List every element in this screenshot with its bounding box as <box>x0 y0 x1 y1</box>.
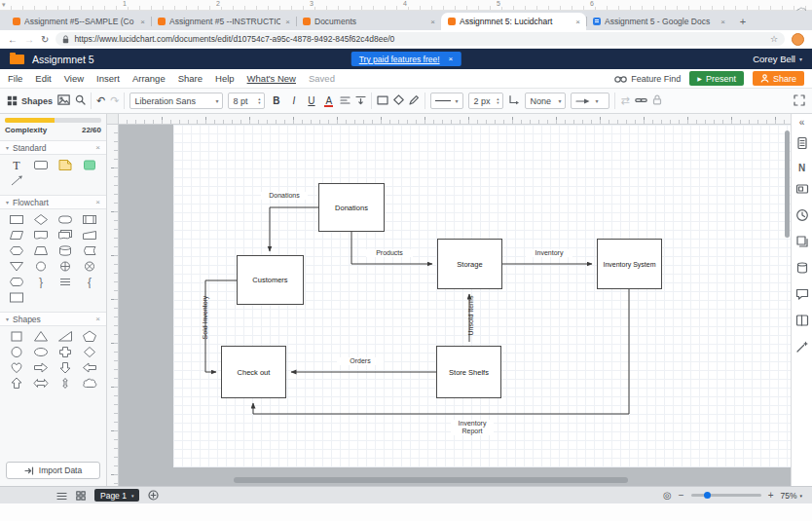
document-title[interactable]: Assignmnet 5 <box>32 54 94 65</box>
history-panel-icon[interactable] <box>795 208 809 226</box>
horizontal-scrollbar[interactable] <box>234 477 628 483</box>
section-close-icon[interactable]: × <box>95 198 100 206</box>
shape-heart-icon[interactable] <box>5 360 27 375</box>
add-page-button[interactable] <box>148 487 159 504</box>
browser-tab-3[interactable]: Documents × <box>296 13 441 30</box>
trial-banner-link[interactable]: Try paid features free! <box>359 55 440 64</box>
shape-arrow-up-icon[interactable] <box>5 376 27 391</box>
shape-style-button[interactable] <box>377 95 388 107</box>
shape-square-icon[interactable] <box>5 329 27 344</box>
slides-panel-icon[interactable] <box>795 182 809 200</box>
line-color-button[interactable] <box>409 94 420 107</box>
fullscreen-button[interactable] <box>794 94 805 108</box>
edge-label-inventory-report[interactable]: Inventory Report <box>451 420 494 435</box>
shape-note-icon[interactable] <box>55 275 77 289</box>
shape-rectangle-icon[interactable] <box>29 158 52 172</box>
shape-pentagon-icon[interactable] <box>79 329 101 344</box>
shape-circle-icon[interactable] <box>5 345 27 359</box>
menu-share[interactable]: Share <box>178 73 203 84</box>
text-align-button[interactable] <box>340 95 351 107</box>
edge-label-products[interactable]: Products <box>366 249 413 257</box>
shape-cross-icon[interactable] <box>55 345 77 359</box>
page-grid-icon[interactable] <box>76 487 86 504</box>
italic-button[interactable]: I <box>287 95 300 106</box>
banner-close-icon[interactable]: × <box>449 55 454 63</box>
menu-arrange[interactable]: Arrange <box>132 73 166 84</box>
shape-predefined-process-icon[interactable] <box>79 212 101 227</box>
browser-tab-1[interactable]: Assignment #5--SAMPLE (Co × <box>6 13 151 30</box>
shape-multiple-documents-icon[interactable] <box>55 228 77 242</box>
trial-banner[interactable]: Try paid features free! × <box>351 52 461 66</box>
undo-button[interactable]: ↶ <box>96 94 105 107</box>
shape-diamond-icon[interactable] <box>79 345 101 359</box>
zoom-level-select[interactable]: 75% ▾ <box>780 491 802 501</box>
text-color-button[interactable]: A <box>322 95 335 106</box>
diagram-page[interactable]: Donations Customers Storage Inventory Sy… <box>173 125 791 467</box>
shape-data-panel-icon[interactable] <box>795 261 809 279</box>
shape-cloud-icon[interactable] <box>79 376 101 391</box>
shape-merge-icon[interactable] <box>5 259 27 274</box>
node-check-out[interactable]: Check out <box>221 346 286 398</box>
redo-button[interactable]: ↷ <box>110 94 119 107</box>
forward-button[interactable]: → <box>24 34 34 45</box>
zoom-slider-handle[interactable] <box>704 492 711 499</box>
tab-close-icon[interactable]: × <box>574 18 581 26</box>
line-style-select[interactable]: ▾ <box>430 93 463 109</box>
section-shapes-header[interactable]: ▾ Shapes × <box>0 312 106 326</box>
shape-brace-right-icon[interactable]: } <box>29 275 52 289</box>
page-list-icon[interactable] <box>56 487 67 504</box>
swap-arrows-button[interactable]: ⇄ <box>620 94 629 107</box>
magic-wand-icon[interactable] <box>795 340 809 357</box>
share-button[interactable]: Share <box>753 71 804 86</box>
import-data-button[interactable]: Import Data <box>6 462 100 479</box>
tab-close-icon[interactable]: × <box>429 18 436 26</box>
section-close-icon[interactable]: × <box>95 143 100 152</box>
bookmark-star-icon[interactable]: ☆ <box>770 34 778 44</box>
shape-or-icon[interactable] <box>55 259 77 274</box>
workspace[interactable]: Donations Customers Storage Inventory Sy… <box>119 125 791 486</box>
tab-close-icon[interactable]: × <box>139 18 146 26</box>
menu-edit[interactable]: Edit <box>35 73 51 84</box>
vertical-align-button[interactable] <box>355 95 366 107</box>
shape-line-icon[interactable] <box>5 173 27 188</box>
node-storage[interactable]: Storage <box>437 239 502 289</box>
menu-view[interactable]: View <box>64 73 84 84</box>
line-width-select[interactable]: 2 px ▴▾ <box>468 93 503 109</box>
lock-button[interactable] <box>652 94 662 107</box>
shape-arrow-left-icon[interactable] <box>79 360 101 375</box>
edge-label-unsold-items[interactable]: Unsold Items <box>467 291 475 340</box>
user-menu[interactable]: Corey Bell ▾ <box>753 54 802 64</box>
shape-terminator-icon[interactable] <box>55 212 77 227</box>
zoom-fit-button[interactable]: ◎ <box>663 490 672 501</box>
shape-highlight-icon[interactable] <box>79 158 101 172</box>
menu-file[interactable]: File <box>8 73 22 84</box>
vertical-scrollbar[interactable] <box>785 130 790 238</box>
shape-document-icon[interactable] <box>29 228 52 242</box>
page-selector[interactable]: Page 1 ▾ <box>94 489 139 502</box>
section-flowchart-header[interactable]: ▾ Flowchart × <box>0 195 106 209</box>
shape-arrow-up-down-icon[interactable] <box>55 376 77 391</box>
address-bar[interactable]: https://www.lucidchart.com/documents/edi… <box>55 32 785 46</box>
fill-color-button[interactable] <box>393 94 404 107</box>
link-button[interactable] <box>635 96 647 106</box>
insert-image-button[interactable] <box>57 94 70 107</box>
shape-database-icon[interactable] <box>55 243 77 258</box>
profile-avatar[interactable] <box>792 33 804 46</box>
present-button[interactable]: ▶ Present <box>689 71 744 86</box>
menu-help[interactable]: Help <box>215 73 235 84</box>
layout-panel-icon[interactable] <box>795 314 809 331</box>
collapse-panel-icon[interactable]: « <box>799 117 805 128</box>
back-button[interactable]: ← <box>8 34 18 45</box>
shape-arrow-right-icon[interactable] <box>29 360 52 375</box>
browser-tab-5[interactable]: Assignment 5 - Google Docs × <box>586 13 731 30</box>
stepper-icon[interactable]: ▴▾ <box>497 97 498 105</box>
node-inventory-system[interactable]: Inventory System <box>597 239 662 289</box>
bold-button[interactable]: B <box>270 95 282 106</box>
shape-display-icon[interactable] <box>5 275 27 289</box>
node-donations[interactable]: Donations <box>318 183 385 232</box>
zoom-out-button[interactable]: − <box>679 490 684 501</box>
shape-stored-data-icon[interactable] <box>79 243 101 258</box>
shape-arrow-left-right-icon[interactable] <box>29 376 52 391</box>
edge-donations-to-customers[interactable] <box>270 207 318 251</box>
shape-frame-icon[interactable] <box>5 290 27 305</box>
